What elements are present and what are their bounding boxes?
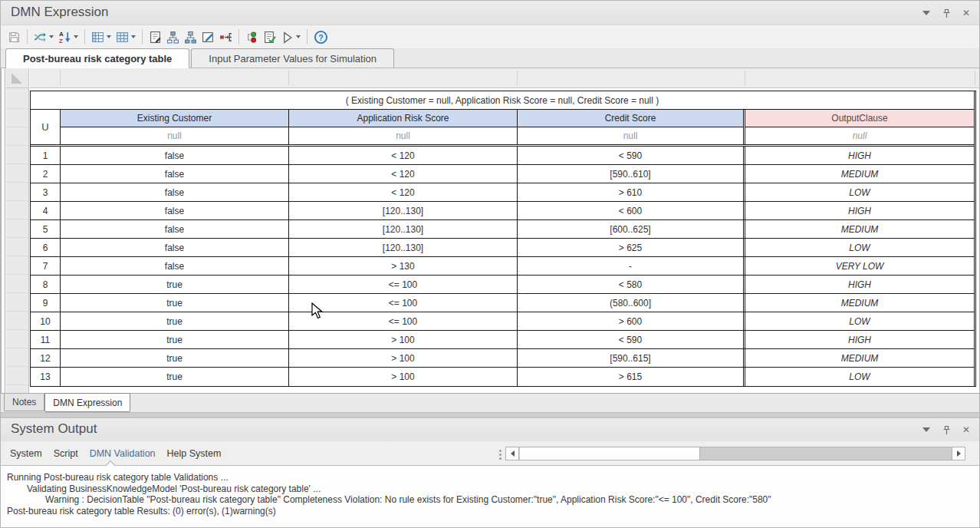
credit-score-cell[interactable]: (580..600] xyxy=(518,294,745,312)
rule-number-cell[interactable]: 9 xyxy=(31,294,61,312)
output-cell[interactable]: HIGH xyxy=(745,331,974,348)
application-risk-score-cell[interactable]: > 130 xyxy=(289,257,518,275)
hierarchy-down-button[interactable] xyxy=(164,28,182,46)
existing-customer-cell[interactable]: true xyxy=(61,276,289,293)
table-style-button[interactable] xyxy=(89,28,113,46)
column-header-cell[interactable]: Existing Customer xyxy=(61,110,288,127)
run-simulation-button[interactable] xyxy=(278,28,303,46)
rule-number-cell[interactable]: 11 xyxy=(31,331,61,348)
chevron-down-icon[interactable] xyxy=(921,424,932,435)
column-value-cell[interactable]: null xyxy=(745,127,974,144)
credit-score-cell[interactable]: < 600 xyxy=(518,202,745,219)
close-icon[interactable]: ✕ xyxy=(961,8,972,18)
output-cell[interactable]: MEDIUM xyxy=(745,349,974,367)
scroll-right-button[interactable] xyxy=(952,447,965,460)
application-risk-score-cell[interactable]: [120..130] xyxy=(289,239,518,256)
credit-score-cell[interactable]: > 615 xyxy=(518,368,745,386)
tab-script[interactable]: Script xyxy=(54,448,78,459)
chevron-down-icon[interactable] xyxy=(921,8,932,18)
credit-score-cell[interactable]: < 590 xyxy=(518,331,745,348)
tab-system[interactable]: System xyxy=(10,448,42,459)
pin-icon[interactable] xyxy=(941,424,952,435)
rule-number-cell[interactable]: 2 xyxy=(31,165,61,183)
application-risk-score-cell[interactable]: < 120 xyxy=(289,147,518,164)
hierarchy-up-button[interactable] xyxy=(182,28,199,46)
existing-customer-cell[interactable]: false xyxy=(61,202,289,219)
existing-customer-cell[interactable]: false xyxy=(61,257,289,275)
output-cell[interactable]: HIGH xyxy=(745,147,974,164)
edit-rule-button[interactable] xyxy=(146,28,164,46)
application-risk-score-cell[interactable]: <= 100 xyxy=(289,294,518,312)
application-risk-score-cell[interactable]: <= 100 xyxy=(289,312,518,330)
credit-score-cell[interactable]: [590..615] xyxy=(518,349,745,367)
invocation-header-row[interactable]: ( Existing Customer = null, Application … xyxy=(31,91,974,110)
edit-expression-button[interactable] xyxy=(199,28,217,46)
rule-number-cell[interactable]: 10 xyxy=(31,312,61,330)
existing-customer-cell[interactable]: true xyxy=(61,331,289,348)
credit-score-cell[interactable]: < 580 xyxy=(518,276,745,293)
scrollbar-thumb[interactable] xyxy=(520,447,700,460)
scroll-left-button[interactable] xyxy=(506,447,519,460)
rule-number-cell[interactable]: 7 xyxy=(31,257,61,275)
credit-score-cell[interactable]: - xyxy=(518,257,745,275)
drag-grip-icon[interactable] xyxy=(499,450,502,452)
output-cell[interactable]: MEDIUM xyxy=(745,294,974,312)
output-cell[interactable]: MEDIUM xyxy=(745,220,974,238)
validate-button[interactable] xyxy=(261,28,278,46)
rule-number-cell[interactable]: 12 xyxy=(31,349,61,367)
pin-icon[interactable] xyxy=(941,8,952,18)
panel-splitter[interactable] xyxy=(1,412,979,418)
select-all-corner[interactable] xyxy=(6,68,29,88)
merge-into-button[interactable] xyxy=(217,28,235,46)
grid-style-button[interactable] xyxy=(113,28,138,46)
rule-number-cell[interactable]: 13 xyxy=(31,368,61,386)
output-cell[interactable]: LOW xyxy=(745,368,974,386)
credit-score-cell[interactable]: > 600 xyxy=(518,312,745,330)
output-cell[interactable]: MEDIUM xyxy=(745,165,974,183)
output-cell[interactable]: HIGH xyxy=(745,276,974,293)
rule-number-cell[interactable]: 1 xyxy=(31,147,61,164)
output-cell[interactable]: LOW xyxy=(745,312,974,330)
left-splitter-strip[interactable] xyxy=(1,68,5,393)
hit-policy-cell[interactable]: U xyxy=(31,110,61,144)
credit-score-cell[interactable]: [590..610] xyxy=(518,165,745,183)
tab-help-system[interactable]: Help System xyxy=(167,448,222,459)
application-risk-score-cell[interactable]: [120..130] xyxy=(289,220,518,238)
tab-dmn-expression[interactable]: DMN Expression xyxy=(44,393,130,412)
application-risk-score-cell[interactable]: > 100 xyxy=(289,349,518,367)
column-header-cell[interactable]: OutputClause xyxy=(745,110,974,127)
existing-customer-cell[interactable]: false xyxy=(61,165,289,183)
existing-customer-cell[interactable]: true xyxy=(61,368,289,386)
tab-input-parameter-values[interactable]: Input Parameter Values for Simulation xyxy=(191,48,394,68)
credit-score-cell[interactable]: > 610 xyxy=(518,183,745,201)
credit-score-cell[interactable]: < 590 xyxy=(518,147,745,164)
close-icon[interactable]: ✕ xyxy=(961,424,972,435)
sort-button[interactable]: AZ xyxy=(56,28,81,46)
output-cell[interactable]: HIGH xyxy=(745,202,974,219)
reorder-rows-button[interactable] xyxy=(243,28,261,46)
column-value-cell[interactable]: null xyxy=(518,127,743,144)
save-button[interactable] xyxy=(5,28,23,46)
application-risk-score-cell[interactable]: > 100 xyxy=(289,331,518,348)
existing-customer-cell[interactable]: false xyxy=(61,220,289,238)
credit-score-cell[interactable]: [600..625] xyxy=(518,220,745,238)
application-risk-score-cell[interactable]: > 100 xyxy=(289,368,518,386)
column-value-cell[interactable]: null xyxy=(61,127,288,144)
rule-number-cell[interactable]: 3 xyxy=(31,183,61,201)
output-cell[interactable]: VERY LOW xyxy=(745,257,974,275)
help-button[interactable]: ? xyxy=(311,28,331,46)
output-cell[interactable]: LOW xyxy=(745,239,974,256)
shuffle-arrows-button[interactable] xyxy=(31,28,56,46)
column-header-cell[interactable]: Application Risk Score xyxy=(289,110,517,127)
system-output-log[interactable]: Running Post-bureau risk category table … xyxy=(1,466,979,527)
application-risk-score-cell[interactable]: <= 100 xyxy=(289,276,518,293)
rule-number-cell[interactable]: 5 xyxy=(31,220,61,238)
existing-customer-cell[interactable]: false xyxy=(61,183,289,201)
tab-post-bureau-risk-category-table[interactable]: Post-bureau risk category table xyxy=(5,48,189,68)
column-header-cell[interactable]: Credit Score xyxy=(518,110,743,127)
rule-number-cell[interactable]: 6 xyxy=(31,239,61,256)
application-risk-score-cell[interactable]: [120..130] xyxy=(289,202,518,219)
horizontal-scrollbar[interactable] xyxy=(505,447,965,460)
existing-customer-cell[interactable]: true xyxy=(61,294,289,312)
existing-customer-cell[interactable]: true xyxy=(61,312,289,330)
